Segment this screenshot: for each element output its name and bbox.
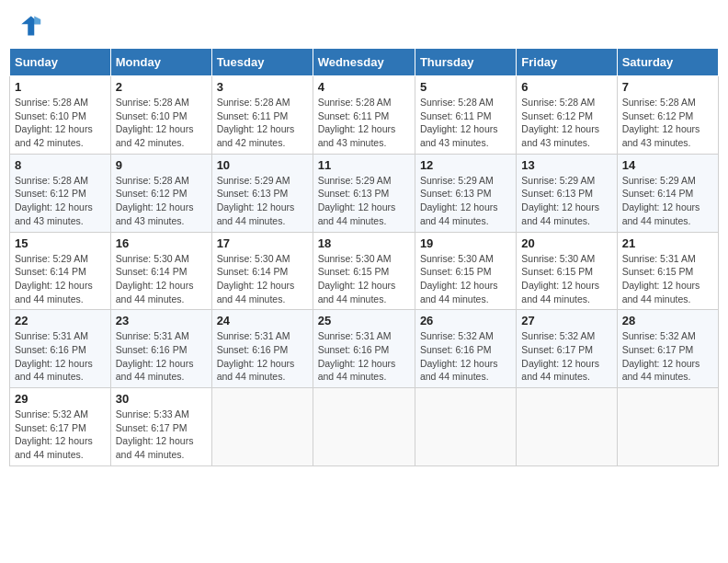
day-detail: Sunrise: 5:30 AMSunset: 6:15 PMDaylight:… [521, 252, 611, 306]
day-detail: Sunrise: 5:28 AMSunset: 6:12 PMDaylight:… [622, 96, 713, 150]
calendar-cell: 8Sunrise: 5:28 AMSunset: 6:12 PMDaylight… [10, 154, 111, 232]
calendar-cell: 16Sunrise: 5:30 AMSunset: 6:14 PMDayligh… [110, 232, 211, 310]
day-detail: Sunrise: 5:30 AMSunset: 6:14 PMDaylight:… [217, 252, 308, 306]
calendar-cell: 18Sunrise: 5:30 AMSunset: 6:15 PMDayligh… [313, 232, 415, 310]
day-detail: Sunrise: 5:28 AMSunset: 6:12 PMDaylight:… [521, 96, 611, 150]
calendar-cell: 23Sunrise: 5:31 AMSunset: 6:16 PMDayligh… [110, 310, 211, 388]
calendar-cell: 9Sunrise: 5:28 AMSunset: 6:12 PMDaylight… [110, 154, 211, 232]
day-number: 14 [622, 158, 713, 172]
day-number: 29 [15, 392, 106, 406]
day-number: 9 [116, 158, 207, 172]
day-detail: Sunrise: 5:29 AMSunset: 6:13 PMDaylight:… [420, 174, 511, 228]
day-number: 5 [420, 80, 511, 94]
day-number: 3 [217, 80, 308, 94]
calendar-week-row: 15Sunrise: 5:29 AMSunset: 6:14 PMDayligh… [10, 232, 719, 310]
day-detail: Sunrise: 5:31 AMSunset: 6:16 PMDaylight:… [15, 329, 106, 384]
calendar-cell: 28Sunrise: 5:32 AMSunset: 6:17 PMDayligh… [617, 310, 718, 388]
calendar-cell [313, 388, 415, 466]
day-number: 6 [521, 80, 611, 94]
day-detail: Sunrise: 5:28 AMSunset: 6:10 PMDaylight:… [15, 96, 106, 150]
svg-marker-1 [34, 17, 40, 25]
calendar-cell: 6Sunrise: 5:28 AMSunset: 6:12 PMDaylight… [517, 76, 617, 155]
calendar-cell: 7Sunrise: 5:28 AMSunset: 6:12 PMDaylight… [617, 76, 718, 155]
day-number: 19 [420, 236, 511, 250]
logo [17, 13, 46, 39]
day-number: 16 [116, 236, 207, 250]
day-number: 26 [420, 314, 511, 327]
calendar-cell: 26Sunrise: 5:32 AMSunset: 6:16 PMDayligh… [415, 310, 516, 388]
calendar-cell: 13Sunrise: 5:29 AMSunset: 6:13 PMDayligh… [517, 154, 617, 232]
calendar-cell: 14Sunrise: 5:29 AMSunset: 6:14 PMDayligh… [617, 154, 718, 232]
day-detail: Sunrise: 5:32 AMSunset: 6:16 PMDaylight:… [420, 329, 511, 384]
day-header-thursday: Thursday [415, 49, 516, 76]
day-number: 24 [217, 314, 308, 327]
day-number: 15 [15, 236, 106, 250]
day-detail: Sunrise: 5:30 AMSunset: 6:15 PMDaylight:… [420, 252, 511, 306]
day-number: 2 [116, 80, 207, 94]
calendar-cell: 19Sunrise: 5:30 AMSunset: 6:15 PMDayligh… [415, 232, 516, 310]
day-detail: Sunrise: 5:28 AMSunset: 6:11 PMDaylight:… [318, 96, 410, 150]
calendar-cell: 29Sunrise: 5:32 AMSunset: 6:17 PMDayligh… [10, 388, 111, 466]
calendar-header-row: SundayMondayTuesdayWednesdayThursdayFrid… [10, 49, 719, 76]
day-header-tuesday: Tuesday [211, 49, 313, 76]
day-number: 10 [217, 158, 308, 172]
day-detail: Sunrise: 5:28 AMSunset: 6:12 PMDaylight:… [116, 174, 207, 228]
logo-icon [17, 13, 42, 39]
day-number: 22 [15, 314, 106, 327]
day-detail: Sunrise: 5:30 AMSunset: 6:15 PMDaylight:… [318, 252, 410, 306]
day-number: 27 [521, 314, 611, 327]
calendar-week-row: 29Sunrise: 5:32 AMSunset: 6:17 PMDayligh… [10, 388, 719, 466]
calendar-cell [617, 388, 718, 466]
day-header-sunday: Sunday [10, 49, 111, 76]
day-detail: Sunrise: 5:32 AMSunset: 6:17 PMDaylight:… [521, 329, 611, 384]
calendar-cell: 17Sunrise: 5:30 AMSunset: 6:14 PMDayligh… [211, 232, 313, 310]
calendar-cell: 10Sunrise: 5:29 AMSunset: 6:13 PMDayligh… [211, 154, 313, 232]
calendar-cell: 4Sunrise: 5:28 AMSunset: 6:11 PMDaylight… [313, 76, 415, 155]
day-header-friday: Friday [517, 49, 617, 76]
calendar-cell: 21Sunrise: 5:31 AMSunset: 6:15 PMDayligh… [617, 232, 718, 310]
day-number: 13 [521, 158, 611, 172]
calendar-cell [415, 388, 516, 466]
day-number: 7 [622, 80, 713, 94]
day-detail: Sunrise: 5:31 AMSunset: 6:16 PMDaylight:… [116, 329, 207, 384]
calendar-cell: 20Sunrise: 5:30 AMSunset: 6:15 PMDayligh… [517, 232, 617, 310]
day-detail: Sunrise: 5:32 AMSunset: 6:17 PMDaylight:… [622, 329, 713, 384]
calendar-cell: 30Sunrise: 5:33 AMSunset: 6:17 PMDayligh… [110, 388, 211, 466]
day-number: 23 [116, 314, 207, 327]
day-detail: Sunrise: 5:32 AMSunset: 6:17 PMDaylight:… [15, 408, 106, 462]
day-number: 30 [116, 392, 207, 406]
day-detail: Sunrise: 5:29 AMSunset: 6:14 PMDaylight:… [15, 252, 106, 306]
calendar-cell: 15Sunrise: 5:29 AMSunset: 6:14 PMDayligh… [10, 232, 111, 310]
day-header-saturday: Saturday [617, 49, 718, 76]
calendar-week-row: 8Sunrise: 5:28 AMSunset: 6:12 PMDaylight… [10, 154, 719, 232]
day-number: 21 [622, 236, 713, 250]
calendar-cell: 24Sunrise: 5:31 AMSunset: 6:16 PMDayligh… [211, 310, 313, 388]
page-header [9, 9, 719, 42]
day-detail: Sunrise: 5:30 AMSunset: 6:14 PMDaylight:… [116, 252, 207, 306]
day-header-wednesday: Wednesday [313, 49, 415, 76]
calendar-cell: 5Sunrise: 5:28 AMSunset: 6:11 PMDaylight… [415, 76, 516, 155]
day-number: 18 [318, 236, 410, 250]
day-detail: Sunrise: 5:28 AMSunset: 6:11 PMDaylight:… [217, 96, 308, 150]
day-number: 12 [420, 158, 511, 172]
day-number: 17 [217, 236, 308, 250]
day-detail: Sunrise: 5:29 AMSunset: 6:13 PMDaylight:… [521, 174, 611, 228]
calendar-cell [211, 388, 313, 466]
day-detail: Sunrise: 5:31 AMSunset: 6:16 PMDaylight:… [318, 329, 410, 384]
day-header-monday: Monday [110, 49, 211, 76]
day-number: 11 [318, 158, 410, 172]
calendar-cell: 27Sunrise: 5:32 AMSunset: 6:17 PMDayligh… [517, 310, 617, 388]
calendar-table: SundayMondayTuesdayWednesdayThursdayFrid… [9, 48, 719, 466]
day-detail: Sunrise: 5:33 AMSunset: 6:17 PMDaylight:… [116, 408, 207, 462]
calendar-cell: 25Sunrise: 5:31 AMSunset: 6:16 PMDayligh… [313, 310, 415, 388]
calendar-cell: 22Sunrise: 5:31 AMSunset: 6:16 PMDayligh… [10, 310, 111, 388]
day-detail: Sunrise: 5:31 AMSunset: 6:15 PMDaylight:… [622, 252, 713, 306]
day-detail: Sunrise: 5:28 AMSunset: 6:12 PMDaylight:… [15, 174, 106, 228]
calendar-cell: 1Sunrise: 5:28 AMSunset: 6:10 PMDaylight… [10, 76, 111, 155]
day-detail: Sunrise: 5:28 AMSunset: 6:10 PMDaylight:… [116, 96, 207, 150]
day-number: 1 [15, 80, 106, 94]
day-detail: Sunrise: 5:28 AMSunset: 6:11 PMDaylight:… [420, 96, 511, 150]
day-number: 28 [622, 314, 713, 327]
calendar-cell: 12Sunrise: 5:29 AMSunset: 6:13 PMDayligh… [415, 154, 516, 232]
calendar-week-row: 22Sunrise: 5:31 AMSunset: 6:16 PMDayligh… [10, 310, 719, 388]
